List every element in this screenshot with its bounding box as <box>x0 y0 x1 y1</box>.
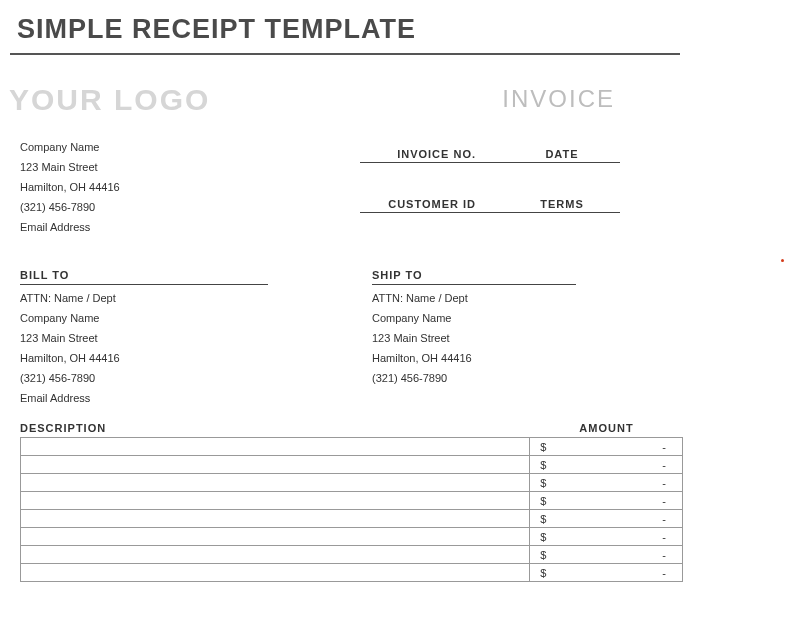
amount-cell[interactable]: $- <box>530 456 683 474</box>
description-cell[interactable] <box>21 438 530 456</box>
bill-to-street: 123 Main Street <box>20 332 268 344</box>
amount-cell[interactable]: $- <box>530 564 683 582</box>
description-cell[interactable] <box>21 546 530 564</box>
customer-id-label: CUSTOMER ID <box>360 198 504 210</box>
table-row: $- <box>21 546 683 564</box>
ship-to-company: Company Name <box>372 312 576 324</box>
company-street: 123 Main Street <box>20 161 290 173</box>
ship-to-attn: ATTN: Name / Dept <box>372 292 576 304</box>
ship-to-phone: (321) 456-7890 <box>372 372 576 384</box>
amount-value: - <box>662 459 666 471</box>
bill-to-attn: ATTN: Name / Dept <box>20 292 268 304</box>
description-cell[interactable] <box>21 510 530 528</box>
invoice-meta-block: INVOICE NO. DATE CUSTOMER ID TERMS <box>340 141 620 241</box>
logo-placeholder: YOUR LOGO <box>9 83 210 117</box>
company-phone: (321) 456-7890 <box>20 201 290 213</box>
currency-symbol: $ <box>540 567 546 579</box>
invoice-heading: INVOICE <box>502 85 615 113</box>
terms-label: TERMS <box>504 198 620 210</box>
description-cell[interactable] <box>21 492 530 510</box>
amount-cell[interactable]: $- <box>530 510 683 528</box>
currency-symbol: $ <box>540 513 546 525</box>
currency-symbol: $ <box>540 441 546 453</box>
amount-value: - <box>662 567 666 579</box>
amount-value: - <box>662 549 666 561</box>
ship-to-heading: SHIP TO <box>372 269 576 285</box>
amount-value: - <box>662 477 666 489</box>
company-info-block: Company Name 123 Main Street Hamilton, O… <box>10 141 290 241</box>
table-row: $- <box>21 474 683 492</box>
table-row: $- <box>21 564 683 582</box>
amount-header: AMOUNT <box>530 422 683 434</box>
bill-to-city: Hamilton, OH 44416 <box>20 352 268 364</box>
ship-to-block: SHIP TO ATTN: Name / Dept Company Name 1… <box>318 269 576 412</box>
bill-to-company: Company Name <box>20 312 268 324</box>
amount-value: - <box>662 441 666 453</box>
invoice-no-label: INVOICE NO. <box>360 148 504 160</box>
currency-symbol: $ <box>540 531 546 543</box>
amount-cell[interactable]: $- <box>530 528 683 546</box>
amount-value: - <box>662 531 666 543</box>
date-label: DATE <box>504 148 620 160</box>
marker-dot <box>781 259 784 262</box>
currency-symbol: $ <box>540 477 546 489</box>
table-row: $- <box>21 438 683 456</box>
page-title: SIMPLE RECEIPT TEMPLATE <box>17 14 776 45</box>
title-divider <box>10 53 680 55</box>
bill-to-heading: BILL TO <box>20 269 268 285</box>
amount-cell[interactable]: $- <box>530 492 683 510</box>
description-cell[interactable] <box>21 564 530 582</box>
company-city: Hamilton, OH 44416 <box>20 181 290 193</box>
ship-to-city: Hamilton, OH 44416 <box>372 352 576 364</box>
ship-to-street: 123 Main Street <box>372 332 576 344</box>
bill-to-phone: (321) 456-7890 <box>20 372 268 384</box>
table-row: $- <box>21 510 683 528</box>
bill-to-block: BILL TO ATTN: Name / Dept Company Name 1… <box>10 269 268 412</box>
description-header: DESCRIPTION <box>20 422 530 434</box>
amount-cell[interactable]: $- <box>530 474 683 492</box>
description-cell[interactable] <box>21 474 530 492</box>
description-cell[interactable] <box>21 528 530 546</box>
amount-cell[interactable]: $- <box>530 546 683 564</box>
description-cell[interactable] <box>21 456 530 474</box>
currency-symbol: $ <box>540 495 546 507</box>
amount-value: - <box>662 513 666 525</box>
currency-symbol: $ <box>540 549 546 561</box>
company-name: Company Name <box>20 141 290 153</box>
table-row: $- <box>21 456 683 474</box>
currency-symbol: $ <box>540 459 546 471</box>
line-items-table: $-$-$-$-$-$-$-$- <box>20 437 683 582</box>
company-email: Email Address <box>20 221 290 233</box>
table-row: $- <box>21 528 683 546</box>
bill-to-email: Email Address <box>20 392 268 404</box>
amount-value: - <box>662 495 666 507</box>
amount-cell[interactable]: $- <box>530 438 683 456</box>
table-row: $- <box>21 492 683 510</box>
